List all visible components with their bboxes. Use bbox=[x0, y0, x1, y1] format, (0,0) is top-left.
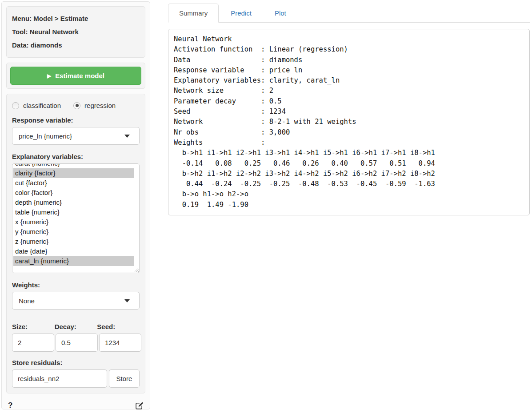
explanatory-variables-label: Explanatory variables: bbox=[12, 153, 140, 160]
chevron-down-icon bbox=[124, 135, 130, 138]
list-item[interactable]: y {numeric} bbox=[13, 227, 139, 237]
main-area: Summary Predict Plot Neural Network Acti… bbox=[168, 1, 530, 412]
radio-regression-icon[interactable] bbox=[73, 102, 80, 109]
decay-input[interactable] bbox=[56, 334, 98, 352]
list-item[interactable]: color {factor} bbox=[13, 188, 139, 198]
radio-classification-label: classification bbox=[23, 102, 61, 109]
summary-output: Neural Network Activation function : Lin… bbox=[174, 34, 524, 210]
size-decay-seed-labels: Size: Decay: Seed: bbox=[12, 323, 140, 330]
tab-predict[interactable]: Predict bbox=[220, 4, 263, 23]
tab-plot[interactable]: Plot bbox=[264, 4, 297, 23]
list-item[interactable]: table {numeric} bbox=[13, 207, 139, 217]
chevron-down-icon bbox=[124, 299, 130, 302]
seed-input[interactable] bbox=[99, 334, 141, 352]
tool-name: Tool: Neural Network bbox=[12, 25, 140, 39]
play-icon: ▶ bbox=[47, 73, 51, 79]
sidebar: Menu: Model > Estimate Tool: Neural Netw… bbox=[1, 1, 150, 409]
resize-handle[interactable] bbox=[134, 267, 139, 272]
store-button[interactable]: Store bbox=[109, 369, 140, 388]
response-variable-label: Response variable: bbox=[12, 116, 140, 124]
size-input[interactable] bbox=[12, 334, 54, 352]
size-decay-seed-inputs bbox=[12, 334, 140, 352]
sidebar-footer: ? bbox=[6, 398, 145, 411]
list-item[interactable]: x {numeric} bbox=[13, 217, 139, 227]
model-type-radio-group: classification regression bbox=[12, 102, 140, 109]
explanatory-variables-list-inner: carat {numeric} clarity {factor} cut {fa… bbox=[13, 163, 139, 266]
list-item[interactable]: depth {numeric} bbox=[13, 198, 139, 207]
list-item[interactable]: z {numeric} bbox=[13, 237, 139, 246]
radio-classification-icon[interactable] bbox=[12, 102, 19, 109]
estimate-panel: ▶ Estimate model bbox=[6, 63, 145, 89]
response-variable-select[interactable]: price_ln {numeric} bbox=[12, 127, 140, 145]
list-item[interactable]: date {date} bbox=[13, 246, 139, 256]
dataset-name: Data: diamonds bbox=[12, 39, 140, 52]
explanatory-variables-list[interactable]: carat {numeric} clarity {factor} cut {fa… bbox=[12, 163, 140, 273]
edit-report-icon[interactable] bbox=[135, 401, 144, 410]
weights-select[interactable]: None bbox=[12, 292, 140, 310]
radio-regression-label: regression bbox=[84, 102, 116, 109]
list-item[interactable]: cut {factor} bbox=[13, 178, 139, 188]
summary-panel: Neural Network Activation function : Lin… bbox=[168, 29, 530, 215]
tab-summary[interactable]: Summary bbox=[168, 4, 219, 23]
estimate-model-button[interactable]: ▶ Estimate model bbox=[10, 67, 141, 85]
seed-label: Seed: bbox=[97, 323, 138, 330]
list-item[interactable]: clarity {factor} bbox=[13, 168, 134, 178]
model-form-panel: classification regression Response varia… bbox=[6, 94, 145, 393]
store-residuals-label: Store residuals: bbox=[12, 359, 140, 366]
size-label: Size: bbox=[12, 323, 53, 330]
store-residuals-row: Store bbox=[12, 369, 140, 388]
menu-breadcrumb: Menu: Model > Estimate bbox=[12, 12, 140, 25]
context-info-panel: Menu: Model > Estimate Tool: Neural Netw… bbox=[6, 6, 145, 58]
estimate-model-label: Estimate model bbox=[55, 72, 104, 79]
decay-label: Decay: bbox=[55, 323, 96, 330]
weights-label: Weights: bbox=[12, 281, 140, 289]
list-item[interactable]: carat_ln {numeric} bbox=[13, 256, 134, 266]
response-variable-value: price_ln {numeric} bbox=[19, 132, 72, 140]
help-icon[interactable]: ? bbox=[8, 401, 12, 410]
store-residuals-input[interactable] bbox=[12, 369, 107, 388]
tab-bar: Summary Predict Plot bbox=[168, 4, 530, 23]
radio-option[interactable]: regression bbox=[73, 102, 116, 109]
list-item[interactable]: carat {numeric} bbox=[13, 163, 139, 168]
weights-value: None bbox=[19, 297, 35, 305]
radio-option[interactable]: classification bbox=[12, 102, 61, 109]
